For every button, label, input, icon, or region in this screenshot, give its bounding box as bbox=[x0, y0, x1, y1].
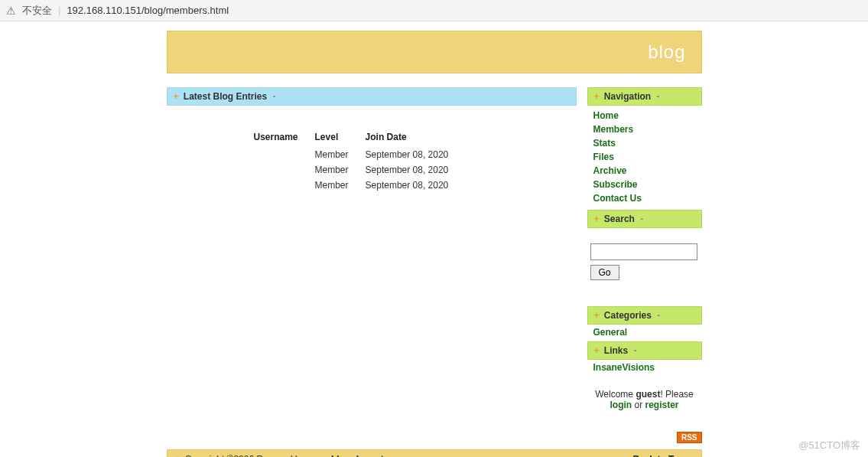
latest-entries-header: + Latest Blog Entries - bbox=[167, 87, 577, 106]
address-bar: ⚠ 不安全 | 192.168.110.151/blog/members.htm… bbox=[0, 0, 868, 21]
cell-username bbox=[251, 162, 312, 178]
minus-icon: - bbox=[640, 214, 643, 224]
members-table: Username Level Join Date Member Septembe… bbox=[251, 129, 463, 193]
plus-icon: + bbox=[175, 454, 180, 457]
minus-icon: - bbox=[273, 91, 276, 102]
welcome-box: Welcome guest! Please login or register bbox=[587, 377, 702, 418]
cell-level: Member bbox=[312, 147, 362, 162]
nav-title: Navigation bbox=[604, 91, 651, 102]
copyright-text: Copyright ©2006 Powered by bbox=[185, 454, 307, 457]
cell-join-date: September 08, 2020 bbox=[362, 178, 463, 193]
footer-left: + Copyright ©2006 Powered by www.blogphp… bbox=[175, 454, 384, 457]
minus-icon: - bbox=[634, 345, 637, 356]
cell-level: Member bbox=[312, 162, 362, 178]
plus-icon: + bbox=[594, 345, 600, 356]
separator: | bbox=[58, 5, 60, 16]
col-level: Level bbox=[312, 129, 362, 147]
nav-subscribe[interactable]: Subscribe bbox=[593, 178, 696, 191]
page-footer: + Copyright ©2006 Powered by www.blogphp… bbox=[167, 449, 702, 457]
rss-badge[interactable]: RSS bbox=[677, 432, 702, 443]
nav-files[interactable]: Files bbox=[593, 150, 696, 164]
categories-title: Categories bbox=[604, 310, 652, 321]
col-username: Username bbox=[251, 129, 312, 147]
nav-contact[interactable]: Contact Us bbox=[593, 191, 696, 205]
navigation-header: + Navigation - bbox=[587, 87, 702, 106]
col-join-date: Join Date bbox=[362, 129, 463, 147]
links-title: Links bbox=[604, 345, 628, 356]
welcome-pre: Welcome bbox=[595, 389, 636, 400]
welcome-guest: guest bbox=[636, 389, 660, 400]
cell-join-date: September 08, 2020 bbox=[362, 162, 463, 178]
watermark: @51CTO博客 bbox=[798, 439, 860, 452]
warning-icon: ⚠ bbox=[6, 5, 16, 17]
minus-icon: - bbox=[657, 91, 660, 102]
cell-username bbox=[251, 178, 312, 193]
search-go-button[interactable]: Go bbox=[590, 265, 619, 280]
plus-icon: + bbox=[594, 214, 600, 224]
insecure-label: 不安全 bbox=[22, 4, 52, 18]
nav-stats[interactable]: Stats bbox=[593, 136, 696, 150]
table-row: Member September 08, 2020 bbox=[251, 147, 463, 162]
cell-level: Member bbox=[312, 178, 362, 193]
welcome-post: ! Please bbox=[660, 389, 693, 400]
plus-icon: + bbox=[594, 91, 600, 102]
search-title: Search bbox=[604, 214, 635, 224]
minus-icon: - bbox=[657, 310, 660, 321]
section-title: Latest Blog Entries bbox=[184, 91, 267, 102]
cell-join-date: September 08, 2020 bbox=[362, 147, 463, 162]
plus-icon: + bbox=[594, 310, 600, 321]
categories-header: + Categories - bbox=[587, 306, 702, 325]
back-to-top-link[interactable]: Back to Top bbox=[632, 454, 684, 457]
table-row: Member September 08, 2020 bbox=[251, 162, 463, 178]
register-link[interactable]: register bbox=[645, 400, 678, 410]
nav-home[interactable]: Home bbox=[593, 109, 696, 122]
table-header-row: Username Level Join Date bbox=[251, 129, 463, 147]
nav-members[interactable]: Members bbox=[593, 122, 696, 136]
search-header: + Search - bbox=[587, 210, 702, 228]
page-header: blog bbox=[167, 31, 702, 73]
footer-right: Back to Top - bbox=[632, 454, 693, 457]
link-insanevisions[interactable]: InsaneVisions bbox=[593, 362, 655, 373]
site-title: blog bbox=[648, 41, 685, 63]
url-text[interactable]: 192.168.110.151/blog/members.html bbox=[67, 5, 229, 16]
cell-username bbox=[251, 147, 312, 162]
login-link[interactable]: login bbox=[610, 400, 632, 410]
minus-icon: - bbox=[691, 454, 694, 457]
links-header: + Links - bbox=[587, 341, 702, 360]
category-general[interactable]: General bbox=[593, 327, 628, 338]
plus-icon: + bbox=[174, 91, 179, 102]
nav-archive[interactable]: Archive bbox=[593, 164, 696, 178]
or-text: or bbox=[632, 400, 645, 410]
table-row: Member September 08, 2020 bbox=[251, 178, 463, 193]
blogphp-link[interactable]: www.blogphp.net bbox=[307, 454, 384, 457]
search-input[interactable] bbox=[590, 243, 697, 260]
